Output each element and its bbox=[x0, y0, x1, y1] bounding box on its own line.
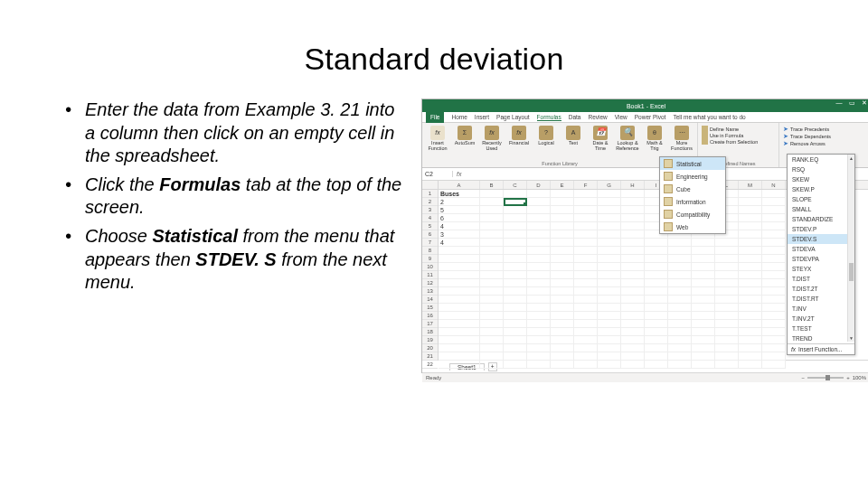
category-item-engineering[interactable]: Engineering bbox=[660, 170, 725, 183]
cell[interactable] bbox=[551, 271, 574, 279]
cell[interactable] bbox=[762, 247, 786, 255]
cell[interactable] bbox=[504, 222, 527, 230]
ribbon-tab-tell-me-what-you-want-to-do[interactable]: Tell me what you want to do bbox=[673, 114, 745, 121]
maximize-button[interactable]: ▭ bbox=[848, 99, 855, 107]
cell[interactable] bbox=[621, 279, 645, 287]
function-item-small[interactable]: SMALL bbox=[788, 204, 854, 214]
cell[interactable] bbox=[762, 230, 786, 239]
cell[interactable] bbox=[668, 352, 692, 361]
cell[interactable] bbox=[715, 255, 739, 263]
cell[interactable] bbox=[598, 247, 621, 255]
cell[interactable] bbox=[621, 296, 645, 304]
cell[interactable] bbox=[715, 239, 739, 247]
ribbon-financial-button[interactable]: Financial bbox=[507, 126, 531, 152]
cell[interactable] bbox=[551, 239, 574, 247]
cell[interactable] bbox=[621, 336, 645, 344]
function-item-steyx[interactable]: STEYX bbox=[788, 264, 854, 274]
cell[interactable]: 3 bbox=[439, 230, 480, 239]
cell[interactable] bbox=[692, 247, 715, 255]
cell[interactable] bbox=[527, 206, 551, 214]
row-header[interactable]: 2 bbox=[422, 198, 438, 206]
cell[interactable] bbox=[762, 304, 786, 312]
cell[interactable] bbox=[574, 361, 598, 369]
row-header[interactable]: 8 bbox=[422, 247, 438, 255]
cell[interactable] bbox=[527, 312, 551, 320]
cell[interactable] bbox=[551, 263, 574, 271]
column-header-e[interactable]: E bbox=[551, 181, 574, 189]
cell[interactable] bbox=[621, 304, 645, 312]
row-header[interactable]: 4 bbox=[422, 214, 438, 222]
cell[interactable] bbox=[551, 279, 574, 287]
cell[interactable] bbox=[762, 320, 786, 328]
cell[interactable] bbox=[527, 247, 551, 255]
cell[interactable] bbox=[439, 304, 480, 312]
cell[interactable] bbox=[715, 336, 739, 344]
column-header-d[interactable]: D bbox=[527, 181, 551, 189]
cell[interactable] bbox=[527, 320, 551, 328]
cell[interactable] bbox=[668, 239, 692, 247]
cell[interactable] bbox=[574, 352, 598, 361]
function-item-stdeva[interactable]: STDEVA bbox=[788, 244, 854, 254]
cell[interactable] bbox=[715, 352, 739, 361]
ribbon-tab-page-layout[interactable]: Page Layout bbox=[496, 114, 530, 121]
function-item-t-dist-2t[interactable]: T.DIST.2T bbox=[788, 284, 854, 294]
cell[interactable] bbox=[574, 214, 598, 222]
cell[interactable] bbox=[574, 344, 598, 352]
row-header[interactable]: 9 bbox=[422, 255, 438, 263]
cell[interactable] bbox=[668, 336, 692, 344]
ribbon-insert-function-button[interactable]: Insert Function bbox=[426, 126, 449, 152]
cell[interactable] bbox=[762, 296, 786, 304]
cell[interactable] bbox=[645, 263, 668, 271]
cell[interactable]: 5 bbox=[439, 206, 480, 214]
zoom-plus-icon[interactable]: + bbox=[846, 375, 850, 380]
row-header[interactable]: 16 bbox=[422, 312, 438, 320]
cell[interactable] bbox=[645, 312, 668, 320]
cell[interactable] bbox=[551, 247, 574, 255]
cell[interactable] bbox=[480, 352, 504, 361]
cell[interactable] bbox=[739, 198, 762, 206]
cell[interactable] bbox=[574, 230, 598, 239]
cell[interactable] bbox=[480, 190, 504, 198]
cell[interactable] bbox=[574, 247, 598, 255]
cell[interactable] bbox=[574, 198, 598, 206]
column-header-m[interactable]: M bbox=[739, 181, 762, 189]
cell[interactable] bbox=[762, 190, 786, 198]
cell[interactable] bbox=[762, 287, 786, 296]
cell[interactable] bbox=[762, 239, 786, 247]
cell[interactable] bbox=[621, 361, 645, 369]
cell[interactable] bbox=[715, 304, 739, 312]
cell[interactable] bbox=[692, 352, 715, 361]
cell[interactable] bbox=[762, 279, 786, 287]
cell[interactable] bbox=[645, 361, 668, 369]
cell[interactable] bbox=[551, 352, 574, 361]
cell[interactable] bbox=[739, 328, 762, 336]
cell[interactable] bbox=[715, 328, 739, 336]
cell[interactable] bbox=[480, 304, 504, 312]
cell[interactable] bbox=[668, 279, 692, 287]
category-item-information[interactable]: Information bbox=[660, 195, 725, 208]
cell[interactable] bbox=[527, 287, 551, 296]
cell[interactable] bbox=[739, 263, 762, 271]
cell[interactable] bbox=[598, 304, 621, 312]
function-item-stdev-s[interactable]: STDEV.S bbox=[788, 234, 854, 244]
row-header[interactable]: 14 bbox=[422, 296, 438, 304]
cell[interactable] bbox=[668, 263, 692, 271]
cell[interactable] bbox=[621, 344, 645, 352]
cell[interactable] bbox=[762, 214, 786, 222]
zoom-minus-icon[interactable]: − bbox=[802, 375, 806, 380]
cell[interactable] bbox=[439, 287, 480, 296]
scrollbar[interactable]: ▲ ▼ bbox=[847, 155, 854, 342]
category-item-statistical[interactable]: Statistical bbox=[660, 157, 725, 170]
cell[interactable] bbox=[645, 352, 668, 361]
cell[interactable] bbox=[668, 320, 692, 328]
cell[interactable] bbox=[598, 312, 621, 320]
ribbon-tab-power-pivot[interactable]: Power Pivot bbox=[635, 114, 666, 121]
cell[interactable] bbox=[527, 279, 551, 287]
cell[interactable] bbox=[621, 352, 645, 361]
cell[interactable] bbox=[551, 312, 574, 320]
cell[interactable] bbox=[598, 214, 621, 222]
cell[interactable] bbox=[574, 328, 598, 336]
cell[interactable] bbox=[527, 214, 551, 222]
scroll-up-icon[interactable]: ▲ bbox=[848, 155, 854, 162]
cell[interactable] bbox=[480, 214, 504, 222]
